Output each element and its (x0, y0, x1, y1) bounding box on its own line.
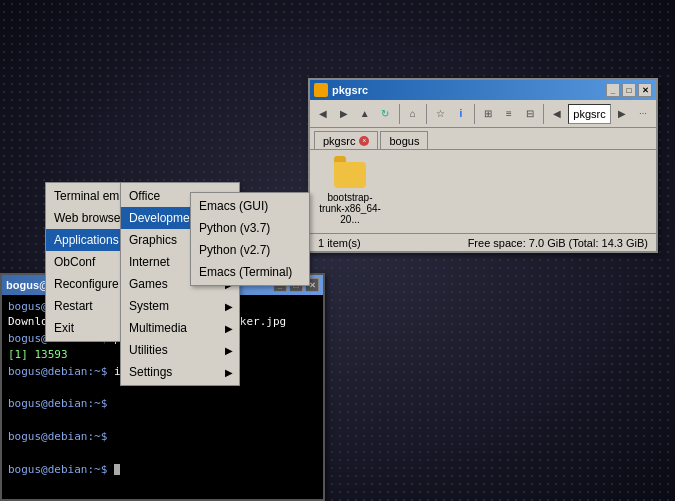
menu-games-label: Games (129, 277, 168, 291)
menu-utilities[interactable]: Utilities ▶ (121, 339, 239, 361)
menu-settings[interactable]: Settings ▶ (121, 361, 239, 383)
menu-system-arrow: ▶ (225, 301, 233, 312)
terminal-output-1: [1] 13593 (8, 348, 68, 361)
terminal-cursor (114, 464, 120, 475)
menu-reconfigure-label: Reconfigure (54, 277, 119, 291)
terminal-line-10: bogus@debian:~$ (8, 462, 317, 477)
menu-restart-label: Restart (54, 299, 93, 313)
reload-button[interactable]: ↻ (376, 103, 395, 125)
menu-web-browser-label: Web browser (54, 211, 124, 225)
menu-graphics-label: Graphics (129, 233, 177, 247)
extra-button[interactable]: ⋯ (633, 103, 652, 125)
home-button[interactable]: ⌂ (403, 103, 422, 125)
terminal-line-9 (8, 446, 317, 461)
menu-settings-label: Settings (129, 365, 172, 379)
menu-applications-label: Applications (54, 233, 119, 247)
terminal-line-8: bogus@debian:~$ (8, 429, 317, 444)
pkgsrc-window: pkgsrc _ □ ✕ ◀ ▶ ▲ ↻ ⌂ ☆ i ⊞ ≡ ⊟ ◀ pkgsr… (308, 78, 658, 253)
terminal-prompt-5: bogus@debian:~$ (8, 430, 107, 443)
toolbar-separator-4 (543, 104, 544, 124)
terminal-prompt-3: bogus@debian:~$ (8, 365, 114, 378)
next-tab-button[interactable]: ▶ (613, 103, 632, 125)
forward-button[interactable]: ▶ (335, 103, 354, 125)
pkgsrc-window-title: pkgsrc (332, 84, 368, 96)
menu-emacs-terminal-label: Emacs (Terminal) (199, 265, 292, 279)
menu-python27[interactable]: Python (v2.7) (191, 239, 309, 261)
menu-emacs-gui-label: Emacs (GUI) (199, 199, 268, 213)
close-button[interactable]: ✕ (638, 83, 652, 97)
menu-settings-arrow: ▶ (225, 367, 233, 378)
menu-utilities-label: Utilities (129, 343, 168, 357)
view3-button[interactable]: ⊟ (520, 103, 539, 125)
tab-bar: pkgsrc × bogus (310, 128, 656, 150)
folder-icon-bootstrap (334, 158, 366, 190)
up-button[interactable]: ▲ (355, 103, 374, 125)
menu-emacs-terminal[interactable]: Emacs (Terminal) (191, 261, 309, 283)
back-button[interactable]: ◀ (314, 103, 333, 125)
menu-system[interactable]: System ▶ (121, 295, 239, 317)
tab-pkgsrc-label: pkgsrc (323, 135, 355, 147)
address-bar[interactable]: pkgsrc (568, 104, 610, 124)
toolbar-separator-1 (399, 104, 400, 124)
menu-obconf-label: ObConf (54, 255, 95, 269)
pkgsrc-titlebar: pkgsrc _ □ ✕ (310, 80, 656, 100)
tab-bogus-label: bogus (389, 135, 419, 147)
tab-close-pkgsrc[interactable]: × (359, 136, 369, 146)
tab-bogus[interactable]: bogus (380, 131, 428, 149)
menu-python27-label: Python (v2.7) (199, 243, 270, 257)
menu-python37[interactable]: Python (v3.7) (191, 217, 309, 239)
file-manager-toolbar: ◀ ▶ ▲ ↻ ⌂ ☆ i ⊞ ≡ ⊟ ◀ pkgsrc ▶ ⋯ (310, 100, 656, 128)
pkgsrc-window-icon (314, 83, 328, 97)
menu-office-label: Office (129, 189, 160, 203)
menu-utilities-arrow: ▶ (225, 345, 233, 356)
titlebar-title-area: pkgsrc (314, 83, 368, 97)
pkgsrc-status-bar: 1 item(s) Free space: 7.0 GiB (Total: 14… (310, 233, 656, 251)
menu-multimedia-arrow: ▶ (225, 323, 233, 334)
tab-pkgsrc[interactable]: pkgsrc × (314, 131, 378, 149)
titlebar-controls: _ □ ✕ (606, 83, 652, 97)
file-item-bootstrap[interactable]: bootstrap-trunk-x86_64-20... (318, 158, 382, 225)
status-free-space: Free space: 7.0 GiB (Total: 14.3 GiB) (468, 237, 648, 249)
prev-tab-button[interactable]: ◀ (548, 103, 567, 125)
terminal-line-7 (8, 413, 317, 428)
menu-multimedia[interactable]: Multimedia ▶ (121, 317, 239, 339)
toolbar-separator-3 (474, 104, 475, 124)
menu-internet-label: Internet (129, 255, 170, 269)
minimize-button[interactable]: _ (606, 83, 620, 97)
menu-emacs-gui[interactable]: Emacs (GUI) (191, 195, 309, 217)
menu-system-label: System (129, 299, 169, 313)
terminal-prompt-6: bogus@debian:~$ (8, 463, 114, 476)
menu-multimedia-label: Multimedia (129, 321, 187, 335)
toolbar-separator-2 (426, 104, 427, 124)
status-items: 1 item(s) (318, 237, 361, 249)
file-area: bootstrap-trunk-x86_64-20... (310, 150, 656, 230)
bookmarks-button[interactable]: ☆ (431, 103, 450, 125)
info-button[interactable]: i (452, 103, 471, 125)
menu-exit-label: Exit (54, 321, 74, 335)
maximize-button[interactable]: □ (622, 83, 636, 97)
view1-button[interactable]: ⊞ (479, 103, 498, 125)
terminal-prompt-4: bogus@debian:~$ (8, 397, 107, 410)
terminal-line-6: bogus@debian:~$ (8, 396, 317, 411)
development-submenu: Emacs (GUI) Python (v3.7) Python (v2.7) … (190, 192, 310, 286)
address-text: pkgsrc (573, 108, 605, 120)
view2-button[interactable]: ≡ (500, 103, 519, 125)
menu-python37-label: Python (v3.7) (199, 221, 270, 235)
file-label-bootstrap: bootstrap-trunk-x86_64-20... (318, 192, 382, 225)
